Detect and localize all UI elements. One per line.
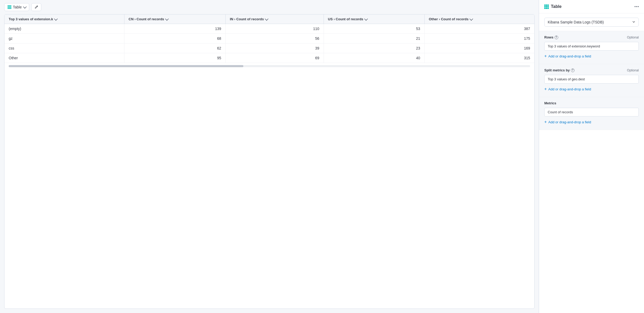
viz-type-button[interactable]: Table xyxy=(4,3,29,11)
rows-add-field-button[interactable]: + Add or drag-and-drop a field xyxy=(544,53,591,60)
rows-field-pill[interactable]: Top 3 values of extension.keyword xyxy=(544,42,639,51)
table-row: css 62 39 23 169 xyxy=(4,43,534,53)
col-header-other-label: Other › Count of records xyxy=(429,17,469,21)
col-header-cn[interactable]: CN › Count of records xyxy=(124,14,225,24)
right-panel: Table Kibana Sample Data Logs (TSDB) Row… xyxy=(539,0,644,313)
col-header-us-label: US › Count of records xyxy=(328,17,363,21)
panel-title-area: Table xyxy=(544,4,562,9)
split-optional-label: Optional xyxy=(627,69,639,72)
cell-other: 175 xyxy=(424,34,534,43)
cell-cn: 139 xyxy=(124,24,225,34)
cell-in: 69 xyxy=(225,53,324,63)
table-grid-icon xyxy=(8,5,11,9)
pencil-icon xyxy=(34,5,38,9)
viz-type-label: Table xyxy=(13,5,22,9)
panel-title: Table xyxy=(551,4,562,9)
table-header-row: Top 3 values of extension.k CN › Count o… xyxy=(4,14,534,24)
data-source-chevron-icon xyxy=(632,20,635,24)
split-metrics-info-icon[interactable]: ? xyxy=(571,69,575,72)
pencil-button[interactable] xyxy=(31,3,41,11)
cell-us: 23 xyxy=(324,43,424,53)
cell-us: 53 xyxy=(324,24,424,34)
rows-info-icon[interactable]: ? xyxy=(555,36,558,39)
cell-us: 21 xyxy=(324,34,424,43)
rows-section: Rows ? Optional Top 3 values of extensio… xyxy=(539,31,644,64)
col-header-other[interactable]: Other › Count of records xyxy=(424,14,534,24)
metrics-field-pill[interactable]: Count of records xyxy=(544,108,639,116)
metrics-section-header: Metrics xyxy=(544,101,639,105)
scrollbar-track[interactable] xyxy=(9,65,530,67)
rows-section-title: Rows ? xyxy=(544,35,558,39)
col-sort-chevron-extension xyxy=(54,17,58,21)
data-source-select[interactable]: Kibana Sample Data Logs (TSDB) xyxy=(544,18,639,27)
split-metrics-add-field-button[interactable]: + Add or drag-and-drop a field xyxy=(544,86,591,92)
table-row: (empty) 139 110 53 387 xyxy=(4,24,534,34)
viz-type-chevron-icon xyxy=(23,5,27,9)
data-table: Top 3 values of extension.k CN › Count o… xyxy=(4,14,534,63)
col-sort-chevron-cn xyxy=(165,17,169,21)
cell-other: 315 xyxy=(424,53,534,63)
col-header-in[interactable]: IN › Count of records xyxy=(225,14,324,24)
cell-other: 387 xyxy=(424,24,534,34)
rows-optional-label: Optional xyxy=(627,36,639,39)
rows-section-header: Rows ? Optional xyxy=(544,35,639,39)
cell-cn: 62 xyxy=(124,43,225,53)
toolbar: Table xyxy=(0,0,539,14)
cell-extension: gz xyxy=(4,34,124,43)
cell-us: 40 xyxy=(324,53,424,63)
table-row: Other 95 69 40 315 xyxy=(4,53,534,63)
cell-in: 39 xyxy=(225,43,324,53)
panel-header: Table xyxy=(539,0,644,13)
cell-extension: (empty) xyxy=(4,24,124,34)
metrics-section-title: Metrics xyxy=(544,101,556,105)
split-metrics-section-title: Split metrics by ? xyxy=(544,68,575,72)
cell-cn: 95 xyxy=(124,53,225,63)
table-row: gz 68 56 21 175 xyxy=(4,34,534,43)
scrollbar-thumb[interactable] xyxy=(9,65,243,67)
data-source-label: Kibana Sample Data Logs (TSDB) xyxy=(548,20,604,24)
table-container: Top 3 values of extension.k CN › Count o… xyxy=(4,14,535,309)
cell-extension: Other xyxy=(4,53,124,63)
col-header-us[interactable]: US › Count of records xyxy=(324,14,424,24)
split-metrics-field-pill[interactable]: Top 3 values of geo.dest xyxy=(544,75,639,84)
scrollbar-area xyxy=(4,63,534,69)
cell-in: 56 xyxy=(225,34,324,43)
metrics-section: Metrics Count of records + Add or drag-a… xyxy=(539,97,644,130)
plus-icon-metrics: + xyxy=(544,120,547,124)
plus-icon: + xyxy=(544,54,547,58)
metrics-add-field-button[interactable]: + Add or drag-and-drop a field xyxy=(544,119,591,125)
panel-table-icon xyxy=(544,4,549,9)
cell-other: 169 xyxy=(424,43,534,53)
panel-menu-button[interactable] xyxy=(635,6,639,7)
main-content: Table Top 3 values of extension.k xyxy=(0,0,539,313)
col-header-cn-label: CN › Count of records xyxy=(129,17,164,21)
col-header-in-label: IN › Count of records xyxy=(230,17,264,21)
split-metrics-section-header: Split metrics by ? Optional xyxy=(544,68,639,72)
cell-in: 110 xyxy=(225,24,324,34)
col-header-extension[interactable]: Top 3 values of extension.k xyxy=(4,14,124,24)
col-sort-chevron-us xyxy=(364,17,368,21)
col-header-extension-label: Top 3 values of extension.k xyxy=(9,17,53,21)
cell-extension: css xyxy=(4,43,124,53)
plus-icon-split: + xyxy=(544,87,547,91)
split-metrics-section: Split metrics by ? Optional Top 3 values… xyxy=(539,64,644,97)
col-sort-chevron-other xyxy=(469,17,473,21)
data-source-section: Kibana Sample Data Logs (TSDB) xyxy=(539,13,644,31)
cell-cn: 68 xyxy=(124,34,225,43)
col-sort-chevron-in xyxy=(265,17,268,21)
